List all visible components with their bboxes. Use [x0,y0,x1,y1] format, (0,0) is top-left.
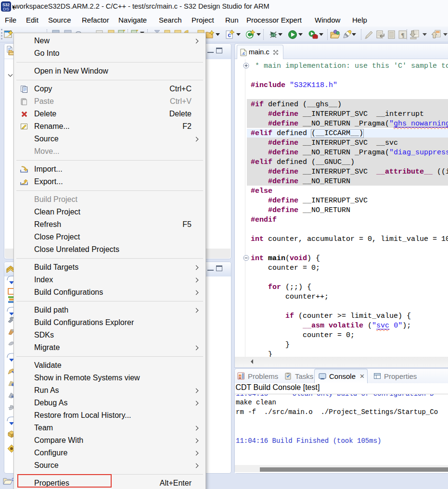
svg-text:¶: ¶ [401,31,404,38]
svg-text:.c: .c [242,51,245,56]
svg-text:DS: DS [3,6,9,12]
